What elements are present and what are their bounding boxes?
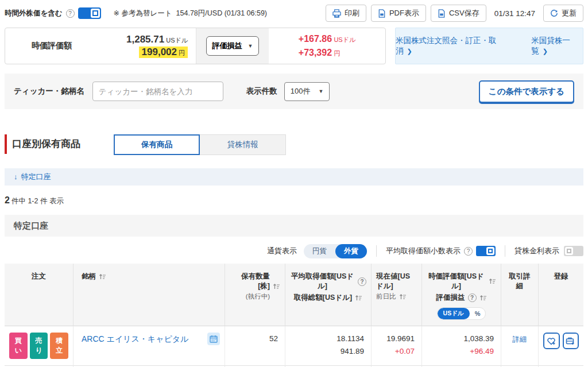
brand-cell: ARCC エイリス・キャピタル	[74, 326, 225, 366]
valuation-mode-cell: 評価損益 ▼	[196, 28, 269, 64]
lending-rate-label: 貸株金利表示	[514, 246, 559, 256]
col-brand: 銘柄	[74, 264, 225, 326]
avg-price-cell: 18.1134 941.89	[285, 326, 372, 366]
valuation-row: 時価評価額 1,285.71USドル 199,002円 評価損益 ▼ +167.…	[5, 28, 583, 64]
sort-icon[interactable]	[399, 293, 407, 300]
quick-links-panel: 米国株式注文照会・訂正・取消❯ 米国貸株一覧❯	[395, 28, 583, 64]
table-header-row: 注文 銘柄 保有数量[株] (執行中) 平均取得価額[USドル]? 取得総額[U…	[5, 264, 583, 326]
pl-jpy-value: +73,392	[299, 48, 332, 57]
sort-icon[interactable]	[99, 273, 106, 280]
ticker-label: ティッカー・銘柄名	[14, 86, 84, 96]
tab-holdings[interactable]: 保有商品	[114, 134, 200, 155]
help-icon[interactable]: ?	[66, 9, 75, 18]
chevron-right-icon: ❯	[407, 48, 412, 55]
outside-hours-toggle[interactable]	[78, 7, 101, 19]
prev-day-change-value: +0.07	[376, 345, 415, 358]
col-brand-label: 銘柄	[82, 272, 96, 281]
jump-to-tokutei-link[interactable]: ↓特定口座	[14, 172, 51, 182]
lending-rate-toggle[interactable]	[564, 246, 583, 256]
pl-mode-dropdown[interactable]: 評価損益 ▼	[206, 36, 260, 56]
market-value-value: 1,038.39	[427, 333, 494, 345]
chevron-down-icon: ▼	[318, 88, 323, 94]
register-cell	[539, 326, 583, 366]
csv-file-icon	[438, 9, 446, 18]
section-title: 口座別保有商品	[5, 134, 80, 154]
toggle-knob	[486, 247, 494, 255]
col-order: 注文	[5, 264, 74, 326]
pl-usd-line: +167.86 USドル	[299, 32, 355, 46]
col-pl-label: 評価損益	[436, 293, 465, 303]
account-jump-bar: ↓特定口座	[5, 168, 583, 186]
fx-rate-note: ※ 参考為替レート 154.78円/USD (01/31 06:59)	[114, 9, 267, 18]
display-count-select[interactable]: 100件 ▼	[284, 82, 330, 101]
calendar-icon[interactable]	[207, 333, 220, 345]
arrow-down-icon: ↓	[14, 172, 18, 181]
display-count-value: 100件	[291, 86, 311, 96]
alert-add-button[interactable]	[563, 333, 579, 349]
help-icon[interactable]: ?	[464, 247, 473, 256]
sell-button[interactable]: 売り	[30, 333, 48, 359]
toggle-knob	[565, 247, 573, 255]
printer-icon	[332, 9, 341, 18]
pl-unit-usd[interactable]: USドル	[438, 308, 470, 319]
jump-link-label: 特定口座	[21, 172, 51, 181]
display-count-label: 表示件数	[246, 86, 277, 96]
buy-button[interactable]: 買い	[9, 333, 28, 359]
sort-icon[interactable]	[479, 295, 487, 302]
stock-lending-link[interactable]: 米国貸株一覧❯	[531, 36, 583, 56]
refresh-button[interactable]: 更新	[543, 5, 583, 22]
currency-display-label: 通貨表示	[267, 246, 297, 256]
ticker-input[interactable]	[92, 82, 223, 101]
pl-jpy-unit: 円	[334, 50, 340, 57]
refresh-icon	[550, 9, 558, 17]
order-cell: 買い 売り 積立	[5, 326, 74, 366]
col-register: 登録	[539, 264, 583, 326]
currency-jpy-pill[interactable]: 円貨	[304, 244, 335, 258]
col-trade-detail: 取引詳細	[501, 264, 539, 326]
pdf-button[interactable]: PDF表示	[371, 5, 426, 22]
pl-unit-percent[interactable]: %	[470, 308, 486, 319]
sort-icon[interactable]	[273, 283, 280, 290]
help-icon[interactable]: ?	[358, 277, 366, 286]
col-market-value-label: 時価評価額[USドル]	[427, 272, 486, 291]
market-value-cell: 1,038.39 +96.49	[422, 326, 501, 366]
col-avg-price: 平均取得価額[USドル]? 取得総額[USドル]	[285, 264, 372, 326]
avg-decimals-toggle[interactable]	[476, 246, 496, 256]
favorite-add-button[interactable]	[543, 333, 560, 349]
csv-button[interactable]: CSV保存	[431, 5, 486, 22]
help-icon[interactable]: ?	[468, 293, 477, 302]
pl-usd-unit: USドル	[334, 36, 355, 43]
avg-price-value: 18.1134	[290, 333, 364, 345]
profit-loss-cell: +167.86 USドル +73,392 円	[269, 28, 385, 64]
result-count-text: 件中 1-2 件 表示	[11, 197, 64, 205]
accumulate-button[interactable]: 積立	[50, 333, 68, 359]
valuation-usd-value: 1,285.71	[126, 34, 164, 45]
result-count-number: 2	[5, 195, 10, 205]
outside-hours-label: 時間外株価を含む	[5, 9, 63, 18]
divider	[376, 245, 377, 257]
current-price-value: 19.9691	[376, 333, 415, 345]
toggle-knob	[91, 9, 100, 18]
trade-detail-cell: 詳細	[501, 326, 539, 366]
fx-note-label: ※ 参考為替レート	[114, 9, 172, 17]
sort-icon[interactable]	[489, 278, 496, 285]
detail-link[interactable]: 詳細	[506, 333, 533, 345]
csv-label: CSV保存	[449, 8, 479, 18]
tokutei-account-header: 特定口座	[5, 215, 583, 237]
apply-filter-button[interactable]: この条件で表示する	[479, 80, 574, 103]
col-total-cost-label: 取得総額[USドル]	[294, 293, 352, 303]
sort-icon[interactable]	[355, 295, 362, 302]
table-row: 買い 売り 積立 ARCC エイリス・キャピタル 52 18.1134 941.…	[5, 326, 583, 366]
tab-stock-lending[interactable]: 貸株情報	[200, 134, 286, 155]
order-inquiry-link[interactable]: 米国株式注文照会・訂正・取消❯	[396, 36, 505, 56]
currency-foreign-pill[interactable]: 外貨	[335, 244, 367, 258]
brand-link[interactable]: ARCC エイリス・キャピタル	[82, 333, 189, 345]
valuation-label: 時価評価額	[5, 28, 91, 64]
valuation-jpy-value: 199,002	[142, 47, 177, 57]
fx-rate-value: 154.78円/USD (01/31 06:59)	[176, 9, 267, 17]
col-current-price: 現在値[USドル] 前日比	[372, 264, 422, 326]
print-button[interactable]: 印刷	[326, 5, 366, 22]
valuation-values: 1,285.71USドル 199,002円	[91, 28, 196, 64]
pl-mode-label: 評価損益	[212, 41, 242, 51]
stock-lending-label: 米国貸株一覧	[531, 36, 570, 55]
